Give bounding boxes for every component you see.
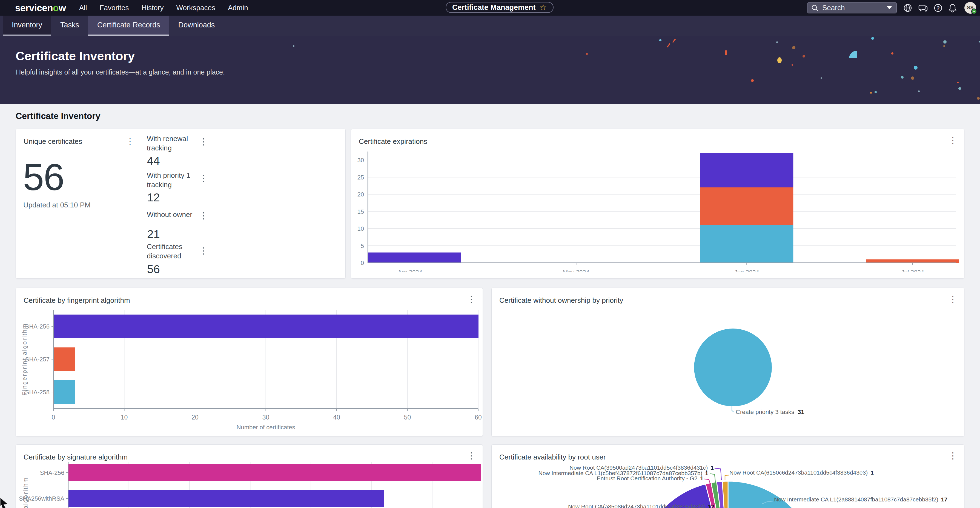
stat-primary-label: Unique certificates — [24, 137, 82, 146]
card-unique-certificates: Unique certificates ⋮ 56 Updated at 05:1… — [16, 129, 346, 279]
stat-value: 44 — [147, 154, 160, 167]
mouse-cursor — [0, 497, 11, 508]
svg-text:Now Intermediate CA L1(2a88814: Now Intermediate CA L1(2a88814087fba1108… — [774, 496, 947, 503]
svg-text:Now Root CA(6150c6d2473ba1101d: Now Root CA(6150c6d2473ba1101dd5c4f3836d… — [729, 469, 874, 476]
stat-menu-icon[interactable]: ⋮ — [199, 211, 208, 220]
tab-certificate-records[interactable]: Certificate Records — [88, 16, 169, 36]
svg-text:SHA-256: SHA-256 — [40, 469, 64, 476]
svg-text:0: 0 — [52, 414, 55, 421]
svg-text:30: 30 — [358, 157, 364, 164]
card-certificate-expirations: Certificate expirations ⋮ 051015202530Ap… — [351, 129, 964, 279]
stat-updated-timestamp: Updated at 05:10 PM — [23, 201, 91, 209]
stat-label: Certificates discovered — [147, 242, 199, 261]
hero-title: Certificate Inventory — [16, 49, 135, 63]
expirations-stacked-bar-chart[interactable]: 051015202530Apr 2024May 2024Jun 2024Jul … — [353, 148, 963, 272]
svg-text:?: ? — [937, 5, 940, 11]
svg-text:SHA-258: SHA-258 — [25, 389, 49, 396]
help-icon[interactable]: ? — [933, 3, 943, 13]
card-ownership-by-priority: Certificate without ownership by priorit… — [492, 288, 964, 436]
stat-menu-icon[interactable]: ⋮ — [199, 246, 208, 255]
svg-text:Number of certificates: Number of certificates — [237, 424, 295, 431]
tab-downloads[interactable]: Downloads — [169, 16, 224, 36]
nav-all[interactable]: All — [79, 3, 87, 12]
servicenow-logo[interactable]: servicenow — [15, 2, 66, 13]
svg-text:Fingerprint algorithm: Fingerprint algorithm — [21, 323, 28, 396]
stat-menu-icon[interactable]: ⋮ — [199, 137, 208, 146]
nav-admin[interactable]: Admin — [228, 3, 248, 12]
nav-history[interactable]: History — [142, 3, 164, 12]
svg-text:25: 25 — [358, 174, 364, 181]
hero-banner: Certificate Inventory Helpful insights o… — [0, 36, 980, 104]
svg-text:15: 15 — [358, 208, 364, 215]
svg-text:60: 60 — [475, 414, 482, 421]
stat-primary-value: 56 — [23, 155, 64, 199]
svg-text:Now Intermediate CA L1(c5bef43: Now Intermediate CA L1(c5bef437872f61108… — [538, 470, 709, 476]
svg-text:10: 10 — [121, 414, 128, 421]
nav-workspaces[interactable]: Workspaces — [176, 3, 215, 12]
card-signature-algorithm: Certificate by signature algorithm ⋮ SHA… — [16, 444, 483, 508]
svg-text:Create priority 3 tasks31: Create priority 3 tasks31 — [736, 409, 804, 416]
card-availability-by-root-user: Certificate availability by root user ⋮ … — [492, 444, 964, 508]
search-input[interactable] — [822, 3, 882, 12]
svg-text:SHA-256: SHA-256 — [25, 323, 49, 330]
search-icon — [811, 5, 818, 11]
connect-chat-icon[interactable] — [918, 3, 928, 13]
notifications-bell-icon[interactable] — [948, 3, 958, 13]
chart-title: Certificate expirations — [359, 137, 427, 146]
stat-value: 56 — [147, 263, 160, 276]
svg-text:10: 10 — [358, 225, 364, 232]
top-header: servicenow All Favorites History Workspa… — [0, 0, 980, 16]
card-menu-icon[interactable]: ⋮ — [948, 135, 958, 144]
logo-text-end: w — [59, 2, 66, 13]
svg-text:Now Root CA(a85086d2473ba1101d: Now Root CA(a85086d2473ba1101dd5c4f3836d… — [568, 503, 714, 508]
fingerprint-bar-chart[interactable]: 0102030405060SHA-256SHA-257SHA-258Number… — [19, 291, 482, 433]
stat-label: Without owner — [147, 210, 199, 219]
svg-text:Jun 2024: Jun 2024 — [734, 269, 759, 272]
logo-text: servicen — [15, 2, 53, 13]
logo-accent-o: o — [53, 2, 59, 13]
svg-text:5: 5 — [361, 242, 364, 249]
global-search[interactable] — [807, 2, 897, 13]
svg-text:Apr 2024: Apr 2024 — [398, 269, 422, 272]
svg-text:40: 40 — [333, 414, 340, 421]
nav-favorites[interactable]: Favorites — [100, 3, 129, 12]
workspace-pill-label: Certificate Management — [452, 3, 536, 12]
card-fingerprint-algorithm: Certificate by fingerprint algorithm ⋮ 0… — [16, 288, 483, 436]
svg-text:Signature algorithm: Signature algorithm — [22, 477, 29, 508]
svg-text:20: 20 — [358, 191, 364, 198]
tab-inventory[interactable]: Inventory — [3, 16, 51, 36]
presence-available-icon — [971, 8, 977, 14]
signature-bar-chart[interactable]: SHA-256SHA256withRSASignature algorithm — [19, 445, 482, 508]
favorite-star-icon[interactable]: ☆ — [539, 3, 547, 11]
card-menu-icon[interactable]: ⋮ — [126, 137, 135, 145]
svg-text:Now Root CA(39500ad2473ba1101d: Now Root CA(39500ad2473ba1101dd5c4f3836d… — [570, 465, 714, 471]
hero-subtitle: Helpful insights of all your certificate… — [16, 68, 225, 76]
globe-icon[interactable] — [903, 3, 913, 13]
svg-text:20: 20 — [191, 414, 199, 421]
svg-text:SHA-257: SHA-257 — [25, 356, 49, 363]
search-scope-dropdown[interactable] — [882, 6, 896, 9]
workspace-tabbar: Inventory Tasks Certificate Records Down… — [0, 16, 980, 36]
stat-label: With priority 1 tracking — [147, 171, 199, 190]
stat-label: With renewal tracking — [147, 134, 199, 153]
top-navigation: All Favorites History Workspaces Admin — [79, 3, 248, 12]
tab-tasks[interactable]: Tasks — [51, 16, 88, 36]
user-avatar[interactable]: SS — [964, 2, 976, 14]
root-user-pie-chart[interactable]: Now Intermediate CA L1(2a88814087fba1108… — [492, 445, 964, 508]
stat-value: 21 — [147, 228, 160, 241]
ownership-pie-chart[interactable]: Create priority 3 tasks31 — [493, 291, 959, 433]
svg-text:50: 50 — [404, 414, 411, 421]
workspace-pill[interactable]: Certificate Management ☆ — [445, 2, 554, 13]
svg-text:0: 0 — [361, 260, 364, 266]
svg-text:30: 30 — [262, 414, 269, 421]
svg-text:Jul 2024: Jul 2024 — [901, 269, 924, 272]
page-title: Certificate Inventory — [16, 111, 100, 121]
svg-text:May 2024: May 2024 — [563, 269, 589, 272]
stat-value: 12 — [147, 191, 160, 204]
stat-menu-icon[interactable]: ⋮ — [199, 174, 208, 183]
